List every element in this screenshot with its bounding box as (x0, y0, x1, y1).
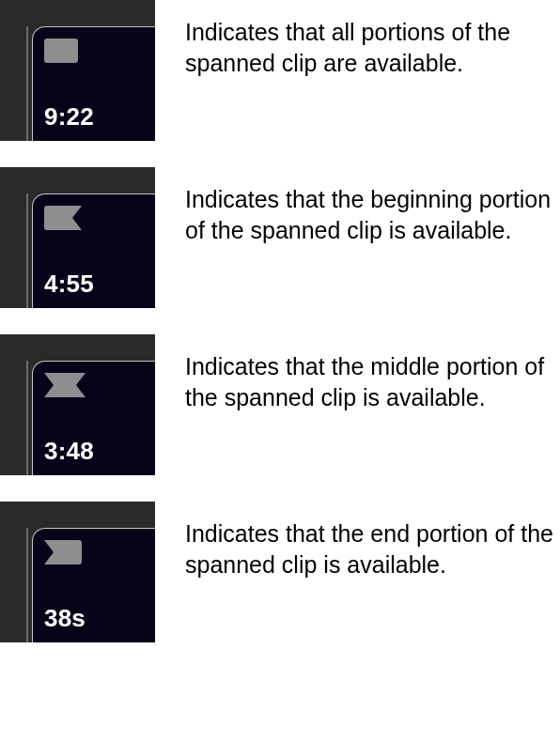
legend-row: 38s Indicates that the end portion of th… (0, 502, 560, 642)
clip-thumbnail: 38s (0, 502, 155, 642)
timeline-divider (26, 528, 28, 642)
legend-description: Indicates that the end portion of the sp… (155, 502, 560, 580)
legend-description: Indicates that the middle portion of the… (155, 334, 560, 413)
clip-panel: 9:22 (32, 26, 155, 141)
span-all-icon (44, 39, 78, 63)
clip-panel: 38s (32, 528, 155, 642)
legend-row: 4:55 Indicates that the beginning portio… (0, 167, 560, 308)
svg-rect-0 (44, 39, 78, 63)
clip-duration: 4:55 (44, 270, 94, 299)
clip-thumbnail: 3:48 (0, 334, 155, 475)
clip-panel: 4:55 (32, 193, 155, 308)
timeline-divider (26, 361, 28, 475)
legend-row: 3:48 Indicates that the middle portion o… (0, 334, 560, 475)
clip-duration: 3:48 (44, 437, 94, 466)
legend-row: 9:22 Indicates that all portions of the … (0, 0, 560, 141)
timeline-divider (26, 26, 28, 141)
legend-description: Indicates that all portions of the spann… (155, 0, 560, 79)
legend-description: Indicates that the beginning portion of … (155, 167, 560, 246)
clip-duration: 9:22 (44, 102, 94, 131)
indicator-legend: 9:22 Indicates that all portions of the … (0, 0, 560, 642)
span-begin-icon (44, 206, 82, 230)
timeline-divider (26, 193, 28, 308)
clip-thumbnail: 4:55 (0, 167, 155, 308)
span-end-icon (44, 540, 82, 564)
clip-thumbnail: 9:22 (0, 0, 155, 141)
span-middle-icon (44, 373, 86, 397)
clip-panel: 3:48 (32, 361, 155, 475)
clip-duration: 38s (44, 604, 86, 633)
